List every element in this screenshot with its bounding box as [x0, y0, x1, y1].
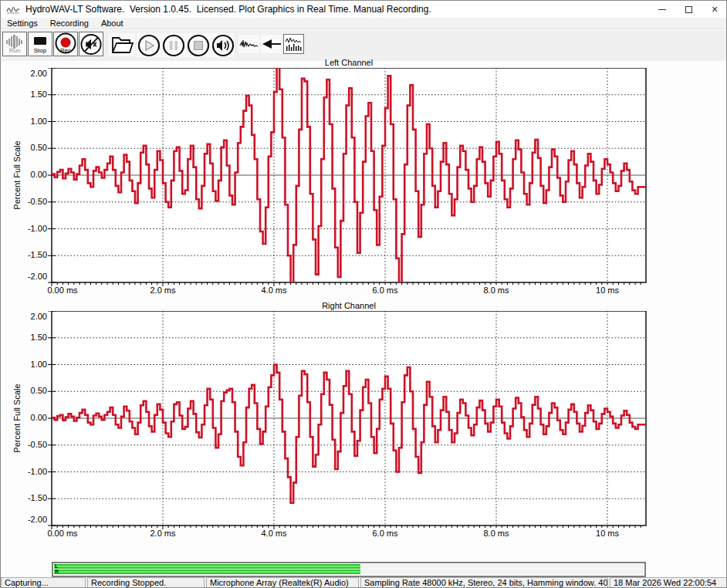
level-meter: L R — [52, 562, 646, 577]
chart-title: Right Channel — [52, 301, 646, 310]
y-tick-label: -2.00 — [16, 272, 47, 281]
play-icon — [137, 34, 161, 57]
x-tick-label: 8.0 ms — [473, 529, 519, 538]
run-button[interactable]: Run — [2, 32, 27, 56]
x-tick-label: 4.0 ms — [251, 286, 297, 295]
stop-square-icon — [187, 34, 210, 57]
status-datetime: 18 Mar 2026 Wed 22:00:54 — [610, 577, 727, 588]
right-channel-meter-label: R — [55, 569, 59, 575]
close-icon: ✕ — [711, 5, 718, 14]
x-tick-label: 10 ms — [584, 529, 631, 538]
pause-icon — [162, 34, 185, 57]
x-tick-label: 4.0 ms — [251, 529, 297, 538]
plot-area — [48, 68, 650, 289]
y-tick-label: -0.50 — [16, 197, 47, 206]
play-button[interactable] — [137, 33, 161, 57]
y-tick-label: 0.50 — [16, 143, 47, 152]
menu-settings[interactable]: Settings — [1, 18, 44, 29]
status-bar: Capturing... Recording Stopped. Micropho… — [1, 577, 727, 588]
menu-bar: Settings Recording About — [1, 18, 727, 29]
status-recording-state: Recording Stopped. — [87, 577, 205, 588]
stop-playback-button[interactable] — [186, 33, 210, 57]
pause-button[interactable] — [161, 33, 185, 57]
y-tick-label: 0.00 — [16, 170, 47, 179]
impulse-view-button[interactable] — [261, 35, 282, 53]
y-tick-label: 1.50 — [16, 90, 47, 99]
y-tick-label: 1.00 — [16, 360, 47, 369]
open-file-button[interactable] — [109, 33, 135, 56]
y-tick-label: -1.00 — [16, 224, 47, 233]
x-tick-label: 2.0 ms — [140, 286, 186, 295]
close-button[interactable]: ✕ — [702, 1, 727, 18]
window-controls: ✕ — [649, 1, 727, 18]
maximize-icon — [685, 6, 692, 13]
open-folder-icon — [110, 35, 134, 55]
minimize-icon — [658, 9, 666, 10]
status-audio-device: Microphone Array (Realtek(R) Audio) — [206, 577, 359, 588]
chart-title: Left Channel — [52, 58, 646, 67]
menu-about[interactable]: About — [95, 18, 130, 29]
x-tick-label: 6.0 ms — [362, 286, 408, 295]
x-tick-label: 0.00 ms — [39, 286, 86, 295]
stop-recording-button[interactable]: Stop — [28, 32, 52, 56]
spectrum-icon — [285, 35, 303, 52]
x-tick-label: 8.0 ms — [473, 286, 519, 295]
y-tick-label: -1.00 — [16, 467, 47, 476]
spectrum-view-button[interactable] — [283, 34, 304, 54]
speaker-icon — [211, 34, 235, 57]
menu-recording[interactable]: Recording — [44, 18, 95, 29]
toolbar: Run Stop Rec — [1, 30, 727, 61]
stop-label: Stop — [34, 48, 46, 54]
noise-waveform-icon — [239, 37, 259, 51]
left-channel-chart: Left Channel Percent Full Scale 2.001.50… — [1, 58, 727, 303]
time-series-view-button[interactable] — [238, 35, 259, 53]
level-meter-right-fill — [54, 569, 360, 574]
x-tick-label: 10 ms — [584, 286, 631, 295]
x-tick-label: 2.0 ms — [140, 529, 186, 538]
title-bar: HydroWAV-LT Software. Version 1.0.45. Li… — [1, 1, 727, 18]
record-button[interactable]: Rec — [53, 32, 78, 56]
y-tick-label: -0.50 — [16, 440, 47, 449]
speaker-button[interactable] — [211, 33, 235, 57]
window-title: HydroWAV-LT Software. Version 1.0.45. Li… — [25, 4, 431, 15]
status-sampling-info: Sampling Rate 48000 kHz, Stereo, 24 bits… — [360, 577, 608, 588]
impulse-icon — [261, 37, 282, 51]
run-label: Run — [9, 48, 21, 54]
level-meter-left-fill — [54, 564, 360, 569]
level-meter-right-bar: R — [54, 569, 644, 574]
y-tick-label: 1.50 — [16, 333, 47, 342]
x-tick-label: 0.00 ms — [39, 529, 86, 538]
mute-button[interactable] — [79, 32, 103, 56]
y-tick-label: -1.50 — [16, 250, 47, 259]
muted-speaker-icon — [79, 33, 103, 56]
status-capturing: Capturing... — [1, 577, 86, 588]
minimize-button[interactable] — [649, 1, 675, 18]
y-tick-label: 0.50 — [16, 386, 47, 395]
level-meter-left-bar: L — [54, 564, 644, 569]
y-tick-label: 2.00 — [16, 69, 47, 78]
y-tick-label: 2.00 — [16, 312, 47, 321]
right-channel-chart: Right Channel Percent Full Scale 2.001.5… — [1, 301, 727, 546]
rec-label: Rec — [60, 48, 71, 54]
plot-area — [48, 311, 650, 532]
y-tick-label: 0.00 — [16, 413, 47, 422]
app-logo-icon — [5, 3, 21, 15]
maximize-button[interactable] — [675, 1, 702, 18]
y-tick-label: -1.50 — [16, 493, 47, 502]
y-tick-label: -2.00 — [16, 515, 47, 524]
y-tick-label: 1.00 — [16, 117, 47, 126]
x-tick-label: 6.0 ms — [362, 529, 408, 538]
